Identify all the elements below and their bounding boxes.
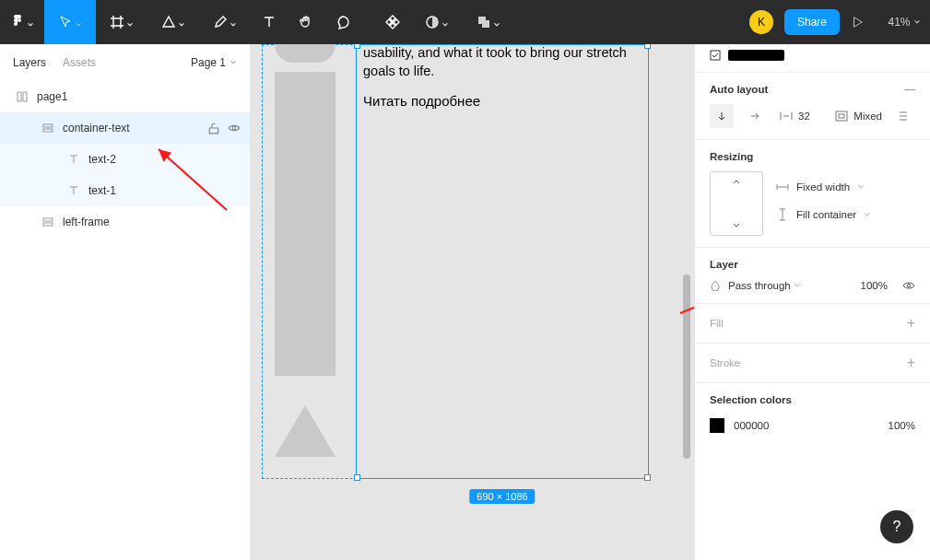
- stroke-title: Stroke: [710, 357, 740, 368]
- layer-row-page[interactable]: page1: [0, 81, 250, 112]
- selection-color-row[interactable]: 000000 100%: [695, 414, 930, 444]
- zoom-dropdown[interactable]: 41%: [878, 16, 930, 29]
- clip-content-row[interactable]: Clip content: [695, 44, 930, 73]
- blend-mode-dropdown[interactable]: Pass through: [728, 280, 853, 291]
- autolayout-icon: [41, 215, 55, 229]
- alignment-button[interactable]: [891, 104, 915, 128]
- layer-row-text1[interactable]: text-1: [0, 175, 250, 206]
- chevron-down-icon: [732, 222, 741, 229]
- layer-label: text-1: [88, 184, 241, 197]
- opacity-input[interactable]: 100%: [861, 280, 888, 291]
- add-fill-button[interactable]: +: [907, 315, 915, 332]
- hand-tool[interactable]: [288, 0, 324, 44]
- svg-rect-13: [836, 111, 847, 121]
- share-button[interactable]: Share: [784, 9, 840, 35]
- svg-rect-8: [43, 218, 53, 221]
- visibility-icon[interactable]: [902, 279, 915, 292]
- selection-outline: 690 × 1086: [356, 44, 649, 479]
- section-resizing: Resizing Fixed width Fill container: [695, 140, 930, 248]
- svg-rect-3: [18, 92, 21, 101]
- resize-handle[interactable]: [354, 474, 360, 481]
- chevron-down-icon: [27, 18, 34, 26]
- main-menu-button[interactable]: [0, 0, 44, 44]
- canvas-scrollbar[interactable]: [683, 44, 690, 560]
- chevron-down-icon: [794, 280, 801, 291]
- tab-assets[interactable]: Assets: [63, 56, 96, 69]
- left-panel-header: Layers Assets Page 1: [0, 44, 250, 81]
- chevron-down-icon: [230, 18, 237, 26]
- direction-horizontal-button[interactable]: [743, 104, 767, 128]
- height-mode-label: Fill container: [796, 209, 856, 220]
- canvas[interactable]: usability, and what it took to bring our…: [251, 44, 694, 560]
- shape-tool[interactable]: [147, 0, 199, 44]
- svg-rect-6: [43, 129, 53, 132]
- color-hex: 000000: [734, 420, 769, 431]
- text-icon: [66, 152, 81, 167]
- svg-point-15: [907, 284, 910, 286]
- width-mode-label: Fixed width: [796, 181, 850, 192]
- selection-dimensions: 690 × 1086: [469, 489, 535, 504]
- auto-layout-title: Auto layout: [710, 84, 768, 95]
- layer-label: text-2: [88, 153, 241, 166]
- chevron-down-icon: [75, 18, 82, 26]
- unlock-icon[interactable]: [207, 122, 220, 134]
- chevron-down-icon: [230, 56, 237, 69]
- layer-label: left-frame: [63, 216, 241, 228]
- pen-tool[interactable]: [199, 0, 251, 44]
- move-tool[interactable]: [44, 0, 96, 44]
- selection-colors-title: Selection colors: [710, 394, 792, 405]
- avatar[interactable]: K: [749, 10, 773, 34]
- top-toolbar: K Share 41%: [0, 0, 930, 44]
- section-fill[interactable]: Fill +: [695, 304, 930, 344]
- present-button[interactable]: [851, 16, 864, 29]
- layer-row-text2[interactable]: text-2: [0, 144, 250, 175]
- placeholder-shape: [275, 72, 336, 376]
- comment-tool[interactable]: [324, 0, 361, 44]
- spacing-input[interactable]: 32: [780, 111, 810, 122]
- chevron-up-icon: [732, 178, 741, 185]
- resizing-title: Resizing: [710, 151, 753, 162]
- help-button[interactable]: ?: [880, 510, 913, 543]
- chevron-down-icon: [441, 18, 449, 26]
- visibility-icon[interactable]: [228, 122, 241, 134]
- padding-input[interactable]: Mixed: [835, 111, 882, 122]
- left-frame-preview: [262, 44, 348, 479]
- resize-handle[interactable]: [644, 474, 651, 481]
- page-picker[interactable]: Page 1: [191, 56, 237, 69]
- svg-rect-2: [482, 20, 489, 28]
- resizing-preview[interactable]: [710, 171, 763, 236]
- mask-button[interactable]: [411, 0, 463, 44]
- layer-row-container[interactable]: container-text: [0, 112, 250, 144]
- direction-vertical-button[interactable]: [710, 104, 734, 128]
- add-stroke-button[interactable]: +: [907, 355, 915, 371]
- blend-mode-label: Pass through: [728, 280, 791, 291]
- section-selection-colors: Selection colors: [695, 383, 930, 414]
- spacing-value: 32: [798, 111, 810, 122]
- color-swatch[interactable]: [710, 418, 724, 433]
- components-button[interactable]: [374, 0, 411, 44]
- resize-handle[interactable]: [354, 44, 360, 49]
- layer-row-leftframe[interactable]: left-frame: [0, 206, 250, 238]
- width-mode-dropdown[interactable]: Fixed width: [776, 181, 871, 193]
- boolean-button[interactable]: [463, 0, 514, 44]
- remove-autolayout-button[interactable]: —: [905, 84, 916, 95]
- fill-title: Fill: [710, 318, 724, 329]
- chevron-down-icon: [126, 18, 134, 26]
- svg-rect-14: [839, 114, 844, 118]
- scrollbar-thumb[interactable]: [683, 274, 690, 459]
- resize-handle[interactable]: [644, 44, 651, 49]
- tab-layers[interactable]: Layers: [13, 56, 46, 69]
- autolayout-icon: [41, 121, 55, 135]
- placeholder-shape: [275, 405, 336, 457]
- svg-point-7: [232, 126, 236, 130]
- section-layer: Layer Pass through 100%: [695, 248, 930, 304]
- section-stroke[interactable]: Stroke +: [695, 344, 930, 383]
- height-mode-dropdown[interactable]: Fill container: [776, 208, 871, 221]
- section-auto-layout: Auto layout — 32 Mixed: [695, 73, 930, 140]
- artboard[interactable]: usability, and what it took to bring our…: [262, 44, 649, 479]
- svg-rect-12: [711, 51, 720, 60]
- chevron-down-icon: [857, 181, 865, 192]
- text-tool[interactable]: [251, 0, 288, 44]
- chevron-down-icon: [913, 16, 921, 29]
- frame-tool[interactable]: [96, 0, 147, 44]
